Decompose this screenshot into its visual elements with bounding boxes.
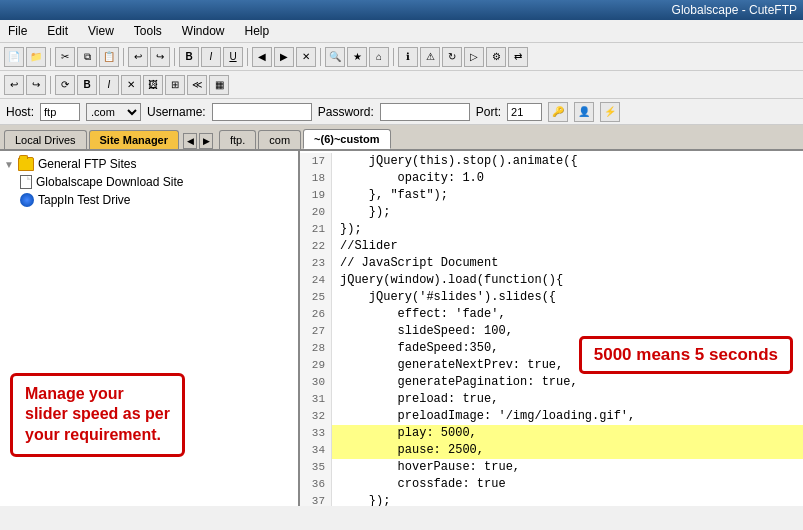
italic-btn[interactable]: I	[201, 47, 221, 67]
tb-sep5	[320, 48, 321, 66]
refresh-btn[interactable]: ↻	[442, 47, 462, 67]
warn-btn[interactable]: ⚠	[420, 47, 440, 67]
line-content-23: // JavaScript Document	[332, 255, 498, 272]
cut-btn[interactable]: ✂	[55, 47, 75, 67]
bold-btn[interactable]: B	[179, 47, 199, 67]
tree-item-globalscape-label: Globalscape Download Site	[36, 175, 183, 189]
left-panel: ▼ General FTP Sites Globalscape Download…	[0, 151, 300, 506]
copy-btn[interactable]: ⧉	[77, 47, 97, 67]
tb2-i[interactable]: I	[99, 75, 119, 95]
line-number-19: 19	[300, 187, 332, 204]
home-btn[interactable]: ⌂	[369, 47, 389, 67]
menu-view[interactable]: View	[84, 22, 118, 40]
annotation-left-box: Manage your slider speed as per your req…	[10, 373, 185, 457]
line-number-29: 29	[300, 357, 332, 374]
fav-btn[interactable]: ★	[347, 47, 367, 67]
line-number-17: 17	[300, 153, 332, 170]
connect-btn[interactable]: ⇄	[508, 47, 528, 67]
line-content-30: generatePagination: true,	[332, 374, 578, 391]
line-number-33: 33	[300, 425, 332, 442]
tree-item-globalscape[interactable]: Globalscape Download Site	[20, 173, 294, 191]
new-btn[interactable]: 📄	[4, 47, 24, 67]
line-number-22: 22	[300, 238, 332, 255]
line-content-33: play: 5000,	[332, 425, 477, 442]
tree-children: Globalscape Download Site TappIn Test Dr…	[20, 173, 294, 209]
tb2-x[interactable]: ✕	[121, 75, 141, 95]
username-input[interactable]	[212, 103, 312, 121]
code-line-35: 35 hoverPause: true,	[300, 459, 803, 476]
stop-btn[interactable]: ✕	[296, 47, 316, 67]
tb2-tbl[interactable]: ⊞	[165, 75, 185, 95]
tab-site-manager[interactable]: Site Manager	[89, 130, 179, 149]
tb-sep6	[393, 48, 394, 66]
line-content-18: opacity: 1.0	[332, 170, 484, 187]
undo-btn[interactable]: ↩	[128, 47, 148, 67]
paste-btn[interactable]: 📋	[99, 47, 119, 67]
tab-prev[interactable]: ◀	[183, 133, 197, 149]
line-content-28: fadeSpeed:350,	[332, 340, 498, 357]
connection-bar: Host: .com Username: Password: Port: 🔑 👤…	[0, 99, 803, 125]
config-btn[interactable]: ⚙	[486, 47, 506, 67]
tb2-sep1	[50, 76, 51, 94]
code-line-32: 32 preloadImage: '/img/loading.gif',	[300, 408, 803, 425]
menu-help[interactable]: Help	[241, 22, 274, 40]
folder-icon	[18, 157, 34, 171]
menu-window[interactable]: Window	[178, 22, 229, 40]
line-content-29: generateNextPrev: true,	[332, 357, 563, 374]
line-number-36: 36	[300, 476, 332, 493]
tab-next[interactable]: ▶	[199, 133, 213, 149]
menu-file[interactable]: File	[4, 22, 31, 40]
tb2-b[interactable]: B	[77, 75, 97, 95]
port-input[interactable]	[507, 103, 542, 121]
line-content-37: });	[332, 493, 390, 506]
tree-root-general-ftp[interactable]: ▼ General FTP Sites	[4, 155, 294, 173]
code-line-18: 18 opacity: 1.0	[300, 170, 803, 187]
menu-tools[interactable]: Tools	[130, 22, 166, 40]
line-content-22: //Slider	[332, 238, 398, 255]
code-line-30: 30 generatePagination: true,	[300, 374, 803, 391]
tb2-img[interactable]: 🖼	[143, 75, 163, 95]
line-number-18: 18	[300, 170, 332, 187]
annotation-right-text: 5000 means 5 seconds	[594, 345, 778, 364]
conn-icon3[interactable]: ⚡	[600, 102, 620, 122]
line-number-27: 27	[300, 323, 332, 340]
line-number-23: 23	[300, 255, 332, 272]
search-btn[interactable]: 🔍	[325, 47, 345, 67]
host-input[interactable]	[40, 103, 80, 121]
tb2-3[interactable]: ⟳	[55, 75, 75, 95]
play-btn[interactable]: ▷	[464, 47, 484, 67]
tab-ftp-dot[interactable]: ftp.	[219, 130, 256, 149]
main-area: ▼ General FTP Sites Globalscape Download…	[0, 151, 803, 506]
tab-com[interactable]: com	[258, 130, 301, 149]
underline-btn[interactable]: U	[223, 47, 243, 67]
tree-root-label: General FTP Sites	[38, 157, 136, 171]
redo-btn[interactable]: ↪	[150, 47, 170, 67]
next-btn[interactable]: ▶	[274, 47, 294, 67]
prev-btn[interactable]: ◀	[252, 47, 272, 67]
conn-icon1[interactable]: 🔑	[548, 102, 568, 122]
info-btn[interactable]: ℹ	[398, 47, 418, 67]
tree-item-tappin[interactable]: TappIn Test Drive	[20, 191, 294, 209]
line-number-35: 35	[300, 459, 332, 476]
menu-edit[interactable]: Edit	[43, 22, 72, 40]
tab-bar: Local Drives Site Manager ◀ ▶ ftp. com ~…	[0, 125, 803, 151]
tb2-2[interactable]: ↪	[26, 75, 46, 95]
line-content-21: });	[332, 221, 362, 238]
code-editor[interactable]: 17 jQuery(this).stop().animate({18 opaci…	[300, 151, 803, 506]
conn-icon2[interactable]: 👤	[574, 102, 594, 122]
password-input[interactable]	[380, 103, 470, 121]
tab-custom[interactable]: ~(6)~custom	[303, 129, 390, 149]
tb2-5[interactable]: ▦	[209, 75, 229, 95]
line-number-24: 24	[300, 272, 332, 289]
code-line-19: 19 }, "fast");	[300, 187, 803, 204]
toolbar2: ↩ ↪ ⟳ B I ✕ 🖼 ⊞ ≪ ▦	[0, 71, 803, 99]
tb2-1[interactable]: ↩	[4, 75, 24, 95]
tb2-alt[interactable]: ≪	[187, 75, 207, 95]
host-select[interactable]: .com	[86, 103, 141, 121]
tab-local-drives[interactable]: Local Drives	[4, 130, 87, 149]
code-line-36: 36 crossfade: true	[300, 476, 803, 493]
line-number-21: 21	[300, 221, 332, 238]
line-number-28: 28	[300, 340, 332, 357]
title-text: Globalscape - CuteFTP	[672, 3, 797, 17]
open-btn[interactable]: 📁	[26, 47, 46, 67]
